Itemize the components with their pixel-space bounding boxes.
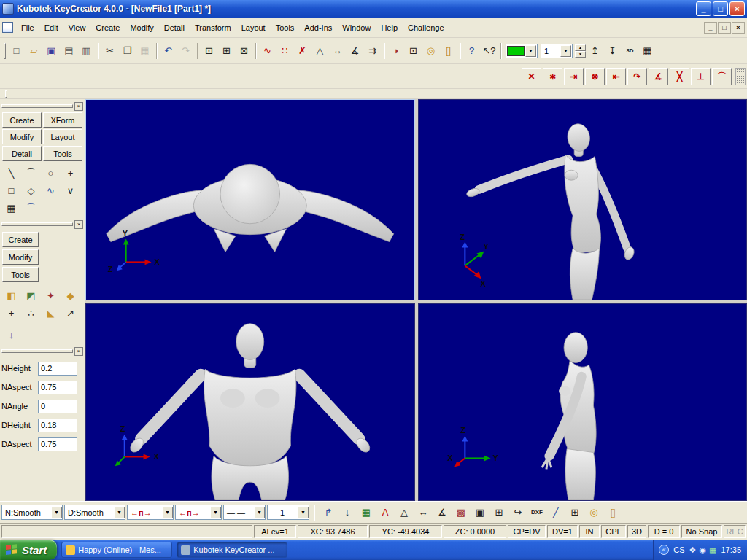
group-brackets-icon[interactable]: []	[440, 43, 457, 59]
mdi-close-button[interactable]: ×	[732, 22, 745, 34]
cylinder2-icon[interactable]: ◎	[584, 504, 603, 521]
snap-intersection-icon[interactable]: ╳	[670, 68, 689, 85]
viewport-front-view[interactable]: Z X	[85, 303, 415, 501]
insert-below-icon[interactable]: ↓	[1, 326, 21, 343]
mesh-triangle2-icon[interactable]: △	[395, 504, 414, 521]
surface-net-icon[interactable]: ◩	[21, 287, 41, 304]
open-folder-icon[interactable]: ▱	[26, 43, 42, 59]
level-up-icon[interactable]: ↥	[587, 43, 603, 59]
corner-face-icon[interactable]: ◣	[41, 304, 61, 322]
start-button[interactable]: Start	[0, 540, 57, 560]
curve-arrow-icon[interactable]: ↱	[319, 504, 338, 521]
cut-icon[interactable]: ✂	[101, 43, 118, 59]
active-color-combo[interactable]: ▼	[506, 44, 538, 58]
level-dropdown-arrow-icon[interactable]: ▼	[560, 45, 571, 57]
context-help-icon[interactable]: ↖?	[481, 43, 498, 59]
tray-volume-icon[interactable]: ◉	[699, 546, 706, 554]
menu-edit[interactable]: Edit	[39, 20, 63, 35]
distance2-icon[interactable]: ↔	[414, 504, 433, 521]
viewport-iso-canvas[interactable]: Z Y X	[419, 100, 747, 300]
angle2-icon[interactable]: ∡	[433, 504, 452, 521]
point-tool-icon[interactable]: +	[61, 164, 80, 182]
fit-view-icon[interactable]: ⊞	[218, 43, 235, 59]
angle-icon[interactable]: ∡	[347, 43, 363, 59]
child-window-icon[interactable]	[2, 22, 13, 33]
add-points-icon[interactable]: +	[1, 304, 21, 322]
tab-tools[interactable]: Tools	[43, 146, 82, 161]
arrow-style-combo-1[interactable]: ←п→ ▼	[127, 505, 174, 520]
dheight-input[interactable]	[38, 419, 77, 432]
verify-curve-icon[interactable]: ∿	[259, 43, 276, 59]
close-button[interactable]: ×	[729, 1, 745, 16]
task-keycreator[interactable]: Kubotek KeyCreator ...	[177, 542, 287, 558]
viewport-iso-view[interactable]: Z Y X	[418, 99, 747, 300]
level-combo[interactable]: 1 ▼	[541, 44, 573, 58]
menu-modify[interactable]: Modify	[125, 20, 158, 35]
tray-display-icon[interactable]: ▦	[709, 546, 716, 554]
dropdown-arrow-icon[interactable]: ▼	[114, 507, 125, 518]
levels-cylinder-icon[interactable]: ◎	[422, 43, 439, 59]
menu-transform[interactable]: Transform	[190, 20, 236, 35]
snap-free-icon[interactable]: ∗	[543, 68, 562, 85]
viewport-side-canvas[interactable]: Z Y X	[419, 304, 747, 500]
menu-challenge[interactable]: Challenge	[403, 20, 449, 35]
line-tool-icon[interactable]: ╲	[1, 164, 21, 182]
tab-detail[interactable]: Detail	[2, 146, 42, 161]
menu-add-ins[interactable]: Add-Ins	[299, 20, 337, 35]
shade-grid-icon[interactable]: ▩	[452, 504, 471, 521]
dropdown-arrow-icon[interactable]: ▼	[254, 507, 265, 518]
arc-tool-icon[interactable]: ⌒	[21, 164, 41, 182]
tab-layout[interactable]: Layout	[43, 129, 82, 144]
params-grip[interactable]: ×	[1, 347, 83, 355]
viewport-side-view[interactable]: Z Y X	[418, 303, 747, 501]
line-type-combo[interactable]: — — ▼	[223, 505, 266, 520]
redo-icon[interactable]: ↷	[177, 43, 194, 59]
line-width-combo[interactable]: 1 ▼	[267, 505, 309, 520]
viewport-top-view[interactable]: Y X Z	[85, 99, 415, 300]
verify-points-icon[interactable]: ∷	[276, 43, 293, 59]
dropdown-arrow-icon[interactable]: ▼	[51, 507, 62, 518]
print-preview-icon[interactable]: ▥	[78, 43, 95, 59]
panel1-close-icon[interactable]: ×	[74, 102, 83, 111]
strip-grip[interactable]	[5, 90, 7, 98]
panel2-create[interactable]: Create	[2, 232, 39, 247]
d-smooth-combo[interactable]: D:Smooth ▼	[64, 505, 125, 520]
hatch-tool-icon[interactable]: ▦	[1, 199, 21, 217]
tray-network-icon[interactable]: ❖	[689, 546, 697, 554]
surface-patch-icon[interactable]: ◆	[61, 287, 80, 304]
dot-triangle-icon[interactable]: ∴	[21, 304, 41, 322]
snap-center-icon[interactable]: ⊗	[585, 68, 605, 85]
help-icon[interactable]: ?	[463, 43, 480, 59]
chamfer-tool-icon[interactable]: ∨	[61, 182, 80, 199]
drop-level-icon[interactable]: ↓	[338, 504, 357, 521]
distance-icon[interactable]: ↔	[329, 43, 346, 59]
table-grid-icon[interactable]: ⊞	[565, 504, 584, 521]
levels-grid-icon[interactable]: ▦	[357, 504, 376, 521]
snap-angle-icon[interactable]: ∡	[649, 68, 668, 85]
level-spinner-down[interactable]: ▼	[575, 51, 586, 58]
zoom-window-icon[interactable]: ⊠	[236, 43, 252, 59]
mdi-restore-button[interactable]: □	[718, 22, 731, 34]
attributes-icon[interactable]: A	[376, 504, 395, 521]
menu-layout[interactable]: Layout	[236, 20, 271, 35]
grid-icon[interactable]: ⊞	[489, 504, 508, 521]
viewport-front-canvas[interactable]: Z X	[86, 304, 414, 500]
toolbar-grip[interactable]	[4, 43, 6, 59]
surface-star-icon[interactable]: ✦	[41, 287, 61, 304]
select-window-icon[interactable]: ⊡	[201, 43, 217, 59]
monitor-icon[interactable]: ▣	[471, 504, 489, 521]
panel1-grip[interactable]: ×	[1, 102, 83, 110]
panel2-close-icon[interactable]: ×	[74, 220, 83, 229]
delete-icon[interactable]: ✗	[294, 43, 311, 59]
minimize-button[interactable]: _	[696, 1, 711, 16]
print-icon[interactable]: ▤	[61, 43, 77, 59]
menu-view[interactable]: View	[63, 20, 91, 35]
mesh-triangle-icon[interactable]: △	[311, 43, 328, 59]
arrow-ne-icon[interactable]: ↗	[61, 304, 80, 322]
view-box-icon[interactable]: ⊡	[405, 43, 422, 59]
clipped-grid-icon[interactable]: ▦	[639, 43, 656, 59]
dropdown-arrow-icon[interactable]: ▼	[210, 507, 221, 518]
sequence-icon[interactable]: ⇉	[364, 43, 381, 59]
mdi-minimize-button[interactable]: _	[704, 22, 717, 34]
panel2-modify[interactable]: Modify	[2, 249, 39, 265]
